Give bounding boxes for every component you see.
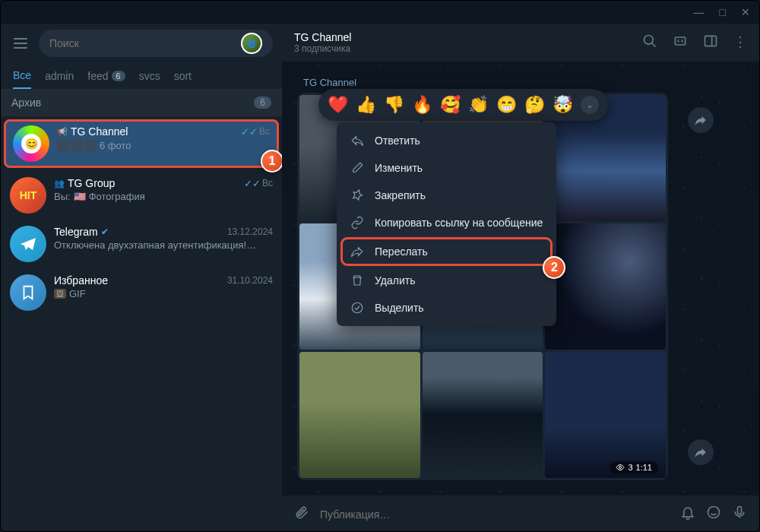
forward-icon <box>350 245 364 258</box>
menu-delete[interactable]: Удалить <box>337 267 556 294</box>
reaction-mindblown[interactable]: 🤯 <box>553 95 573 115</box>
pin-icon <box>350 188 364 202</box>
chat-time: 13.12.2024 <box>227 226 273 237</box>
menu-copy-link[interactable]: Копировать ссылку на сообщение <box>337 209 556 236</box>
search-input[interactable] <box>49 37 241 49</box>
search-box[interactable]: 🌀 <box>39 30 273 57</box>
message-context-menu: Ответить Изменить Закрепить Копировать с… <box>337 122 556 326</box>
notifications-icon[interactable] <box>680 505 695 524</box>
chat-time: Вс <box>259 126 270 137</box>
flag-icon: 🇺🇸 <box>74 191 86 202</box>
reaction-think[interactable]: 🤔 <box>524 95 545 115</box>
reaction-grin[interactable]: 😁 <box>496 95 517 115</box>
chat-preview: 6 фото <box>100 140 131 151</box>
verified-icon: ✔ <box>101 226 109 237</box>
menu-label: Изменить <box>375 162 423 174</box>
maximize-button[interactable]: □ <box>720 6 726 18</box>
avatar <box>10 274 46 311</box>
chat-tg-group[interactable]: HIT 👥TG Group ✓✓Вс Вы:🇺🇸Фотография <box>1 171 282 220</box>
svg-point-0 <box>644 35 654 44</box>
reaction-clap[interactable]: 👏 <box>468 95 489 115</box>
gif-badge: 🖼 <box>54 289 66 299</box>
share-button[interactable] <box>688 439 714 465</box>
call-icon[interactable] <box>673 33 688 52</box>
menu-select[interactable]: Выделить <box>337 294 556 321</box>
menu-edit[interactable]: Изменить <box>337 154 556 182</box>
reaction-love[interactable]: 🥰 <box>440 95 461 115</box>
folder-sort[interactable]: sort <box>174 69 192 89</box>
menu-reply[interactable]: Ответить <box>337 127 556 154</box>
reactions-popup[interactable]: ❤️ 👍 👎 🔥 🥰 👏 😁 🤔 🤯 ⌄ <box>318 89 608 121</box>
close-button[interactable]: ✕ <box>741 6 750 18</box>
sidebar: 🌀 Все admin feed6 svcs sort Архив 6 😊 📢T… <box>1 24 282 532</box>
reply-icon <box>350 134 364 147</box>
photo-thumbs <box>57 139 97 151</box>
menu-label: Ответить <box>375 135 420 147</box>
archive-count: 6 <box>254 97 271 109</box>
message-meta: 3 1:11 <box>610 461 658 473</box>
folder-tabs: Все admin feed6 svcs sort <box>1 63 282 89</box>
hamburger-menu-icon[interactable] <box>10 38 31 49</box>
subscriber-count: 3 подписчика <box>294 43 351 54</box>
chat-header[interactable]: TG Channel 3 подписчика ⋮ <box>282 24 759 62</box>
reaction-heart[interactable]: ❤️ <box>328 95 348 115</box>
album-photo[interactable] <box>299 352 420 478</box>
chat-saved[interactable]: Избранное 31.10.2024 🖼GIF <box>1 268 282 317</box>
menu-label: Удалить <box>375 274 415 287</box>
account-avatar[interactable]: 🌀 <box>241 33 262 54</box>
album-photo[interactable] <box>545 223 666 350</box>
search-icon[interactable] <box>642 33 657 52</box>
menu-forward[interactable]: Переслать 2 <box>341 238 552 265</box>
album-photo[interactable]: 3 1:11 <box>545 352 666 478</box>
chat-preview: Фотография <box>89 191 145 202</box>
read-checks-icon: ✓✓ <box>244 178 261 189</box>
svg-point-3 <box>619 467 622 469</box>
menu-pin[interactable]: Закрепить <box>337 182 556 209</box>
album-photo[interactable] <box>423 352 543 478</box>
folder-badge: 6 <box>112 71 125 81</box>
chat-title: Избранное <box>54 274 108 287</box>
archive-label: Архив <box>11 97 41 109</box>
avatar: HIT <box>10 177 46 214</box>
mic-icon[interactable] <box>732 505 747 524</box>
group-icon: 👥 <box>54 179 65 188</box>
archive-row[interactable]: Архив 6 <box>1 89 282 116</box>
menu-label: Копировать ссылку на сообщение <box>375 217 543 229</box>
reaction-fire[interactable]: 🔥 <box>412 95 432 115</box>
chat-tg-channel[interactable]: 😊 📢TG Channel ✓✓Вс 6 фото 1 <box>4 119 279 168</box>
folder-svcs[interactable]: svcs <box>139 69 160 89</box>
titlebar: — □ ✕ <box>1 1 759 24</box>
minimize-button[interactable]: — <box>694 6 705 18</box>
svg-point-4 <box>708 507 720 518</box>
composer <box>282 496 759 532</box>
eye-icon <box>616 463 625 472</box>
chat-telegram[interactable]: Telegram✔ 13.12.2024 Отключена двухэтапн… <box>1 220 282 268</box>
you-prefix: Вы: <box>54 191 71 202</box>
avatar: 😊 <box>13 125 49 162</box>
svg-rect-2 <box>705 36 717 46</box>
share-button[interactable] <box>688 107 714 133</box>
menu-label: Закрепить <box>375 189 426 201</box>
callout-marker-1: 1 <box>261 150 282 173</box>
reaction-thumbsup[interactable]: 👍 <box>356 95 376 115</box>
folder-feed[interactable]: feed6 <box>87 69 125 89</box>
megaphone-icon: 📢 <box>57 127 68 137</box>
message-input[interactable] <box>320 508 670 521</box>
link-icon <box>350 216 364 230</box>
more-icon[interactable]: ⋮ <box>733 33 747 52</box>
emoji-icon[interactable] <box>706 505 721 524</box>
chat-time: Вс <box>262 178 273 188</box>
reaction-thumbsdown[interactable]: 👎 <box>384 95 404 115</box>
folder-admin[interactable]: admin <box>45 69 74 89</box>
svg-point-6 <box>352 302 363 313</box>
chat-preview: GIF <box>69 288 86 299</box>
folder-all[interactable]: Все <box>13 69 31 89</box>
chat-title: TG Channel <box>71 125 128 138</box>
views-count: 3 <box>628 463 632 472</box>
message-sender: TG Channel <box>297 77 668 88</box>
chat-title: TG Group <box>68 177 115 189</box>
sidebar-toggle-icon[interactable] <box>703 33 718 52</box>
attach-icon[interactable] <box>294 505 309 524</box>
page-title: TG Channel <box>294 31 351 43</box>
chevron-down-icon[interactable]: ⌄ <box>581 96 599 114</box>
